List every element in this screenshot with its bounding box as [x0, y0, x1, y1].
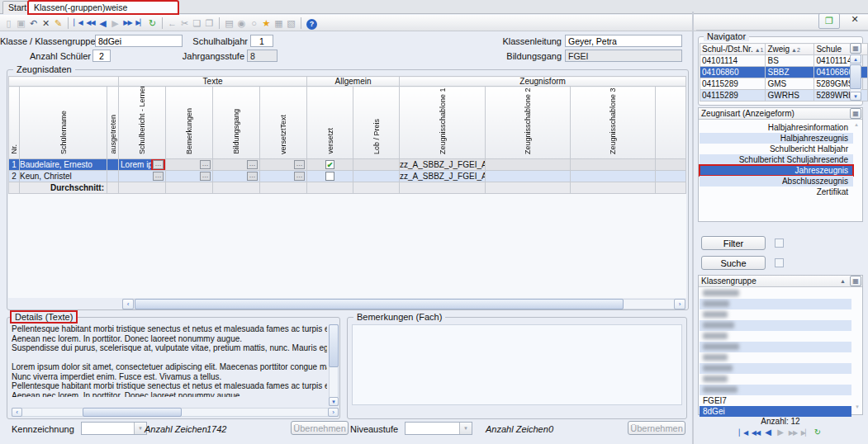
kennzeichnung-combobox[interactable]: ▼ [81, 422, 147, 435]
uebernehmen-button[interactable]: Übernehmen [291, 421, 349, 435]
navigator-row[interactable]: 04101114BS04101114 [700, 55, 868, 67]
print-icon[interactable]: ▤ [223, 16, 235, 31]
schulbericht-lernen-cell[interactable]: … [119, 171, 166, 182]
export-icon[interactable]: ▧ [285, 16, 297, 31]
scroll-down-button[interactable]: ▼ [850, 92, 861, 101]
klassengruppe-item-redacted[interactable] [700, 331, 851, 342]
zeugnisart-item-schulbericht-halbjahr[interactable]: Schulbericht Halbjahr [700, 144, 853, 154]
navigator-row[interactable]: 04106860SBBZ04106860 [700, 67, 868, 78]
nav-last-icon[interactable]: ▶▏ [799, 429, 812, 437]
grid-icon[interactable]: ▦ [273, 16, 285, 31]
column-header[interactable]: Schülername [20, 87, 107, 159]
scroll-right-button[interactable]: › [328, 408, 339, 417]
bemerkungen-text-area[interactable] [352, 324, 682, 405]
navigator-cell[interactable]: 04115289 [700, 90, 766, 102]
student-row[interactable]: 2Keun, Christel…………zz_A_SBBZ_J_FGEI_A4 [9, 171, 686, 182]
zeugnisschablone-cell[interactable] [486, 171, 571, 182]
open-text-editor-button[interactable]: … [153, 172, 164, 181]
cut-icon[interactable]: ✂ [178, 16, 191, 31]
klassengruppe-item-redacted[interactable] [700, 352, 851, 363]
klassengruppe-item-redacted[interactable] [700, 374, 851, 385]
panel-splitter[interactable] [692, 12, 694, 444]
column-header[interactable]: Lob / Preis [353, 87, 400, 159]
navigator-vscroll-thumb[interactable] [850, 64, 861, 89]
help-icon[interactable]: ? [305, 16, 317, 31]
nav-fast-back-icon[interactable]: ◀◀ [84, 16, 97, 31]
hint-icon[interactable]: ○ [248, 16, 260, 31]
column-header[interactable]: Zeugnisschablone 1 [400, 87, 486, 159]
uebernehmen-button[interactable]: Übernehmen [628, 421, 685, 435]
delete-icon[interactable]: ✕ [40, 16, 52, 31]
anzahl-schueler-input[interactable] [92, 50, 111, 62]
export-refresh-icon[interactable]: ❐ [818, 13, 840, 29]
navigator-cell[interactable]: 04101114 [700, 55, 766, 67]
klassengruppe-item-redacted[interactable] [700, 309, 851, 320]
niveaustufe-combobox[interactable]: ▼ [405, 422, 472, 435]
filter-button[interactable]: Filter [701, 236, 766, 250]
suche-button[interactable]: Suche [701, 256, 766, 270]
paste-icon[interactable]: ❐ [203, 16, 216, 31]
nav-forward-icon[interactable]: ▶ [775, 427, 787, 437]
versetzt-text-cell[interactable]: … [260, 171, 307, 182]
zeugnisart-item-abschlusszeugnis[interactable]: Abschlusszeugnis [700, 176, 853, 187]
zeugnisschablone-cell[interactable]: zz_A_SBBZ_J_FGEI_A4 [400, 159, 486, 171]
scroll-down-button[interactable]: ▼ [329, 397, 339, 406]
suche-checkbox[interactable] [775, 258, 784, 267]
student-row[interactable]: 1Baudelaire, ErnestoLorem ipsu...…………✔zz… [9, 159, 686, 171]
column-header[interactable]: Zeugnisschablone 2 [486, 87, 571, 159]
zeugnisart-item-schulbericht-schuljahresende[interactable]: Schulbericht Schuljahresende [700, 154, 853, 165]
scroll-right-button[interactable]: › [674, 299, 685, 309]
open-text-editor-button[interactable]: … [247, 160, 258, 169]
nav-back-icon[interactable]: ◀ [97, 16, 109, 31]
tab-start[interactable]: Start× [2, 1, 28, 14]
navigator-row[interactable]: 04115289GMS5289GMS [700, 78, 868, 90]
preview-icon[interactable]: ◉ [235, 16, 248, 31]
bemerkungen-cell[interactable]: … [166, 159, 213, 171]
column-header[interactable] [656, 87, 686, 159]
zeugnisschablone-cell[interactable] [571, 171, 656, 182]
details-vscroll-thumb[interactable] [329, 324, 339, 367]
nav-first-icon[interactable]: ▏◀ [738, 429, 750, 437]
klassengruppe-panel-header[interactable]: Klassengruppe ▲ [699, 276, 862, 287]
nav-fast-back-icon[interactable]: ◀◀ [750, 429, 762, 437]
navigator-cell[interactable]: GMS [766, 78, 814, 90]
versetzt-checkbox[interactable] [325, 172, 334, 181]
table-hscroll-thumb[interactable] [135, 299, 624, 309]
zeugnisschablone-cell[interactable]: zz_A_SBBZ_J_FGEI_A4 [400, 171, 486, 182]
chevron-down-icon[interactable]: ▼ [459, 423, 472, 434]
column-header[interactable]: versetztText [260, 87, 307, 159]
column-header[interactable]: Nr. [9, 87, 20, 159]
column-chooser-icon[interactable]: ▦ [850, 276, 861, 286]
open-text-editor-button[interactable]: … [294, 172, 305, 181]
copy-icon[interactable]: ❏ [191, 16, 203, 31]
zeugnisart-item-halbjahreszeugnis[interactable]: Halbjahreszeugnis [700, 133, 853, 144]
bildungsgang-cell[interactable]: … [213, 159, 260, 171]
navigator-cell[interactable]: 04115289 [700, 78, 766, 90]
tab-zeugnisdatenerfassung[interactable]: Klassen(-gruppen)weise Zeugnisdatenerfas… [28, 1, 178, 14]
zeugnisschablone-cell[interactable] [486, 159, 571, 171]
nav-back-icon[interactable]: ◀ [762, 427, 775, 437]
open-text-editor-button[interactable]: … [247, 172, 258, 181]
navigator-cell[interactable]: BS [766, 55, 814, 67]
notification-icon[interactable]: ★ [260, 16, 273, 31]
student-name-cell[interactable]: Baudelaire, Ernesto [20, 159, 107, 171]
zeugnisschablone-cell[interactable] [571, 159, 656, 171]
versetzt-checkbox-checked[interactable]: ✔ [325, 160, 334, 169]
navigator-cell[interactable]: 04106860 [700, 67, 766, 78]
scroll-left-button[interactable]: ‹ [122, 299, 134, 309]
open-text-editor-button[interactable]: … [200, 172, 211, 181]
open-text-editor-button[interactable]: … [200, 160, 211, 169]
zeugnisart-item-halbjahresinformation[interactable]: Halbjahresinformation [700, 122, 853, 133]
navigator-cell[interactable]: SBBZ [766, 67, 814, 78]
nav-fast-forward-icon[interactable]: ▶▶ [787, 429, 799, 437]
filter-checkbox[interactable] [775, 239, 784, 248]
nav-first-icon[interactable]: ▏◀ [72, 16, 84, 31]
edit-icon[interactable]: ✎ [52, 16, 64, 31]
undo-icon[interactable]: ↶ [27, 16, 40, 31]
close-icon[interactable]: ✕ [848, 14, 861, 25]
column-chooser-icon[interactable]: ▦ [850, 108, 861, 119]
versetzt-cell[interactable] [307, 171, 353, 182]
open-text-editor-button[interactable]: … [294, 160, 305, 169]
open-text-editor-button[interactable]: … [153, 160, 164, 169]
versetzt-cell[interactable]: ✔ [307, 159, 353, 171]
